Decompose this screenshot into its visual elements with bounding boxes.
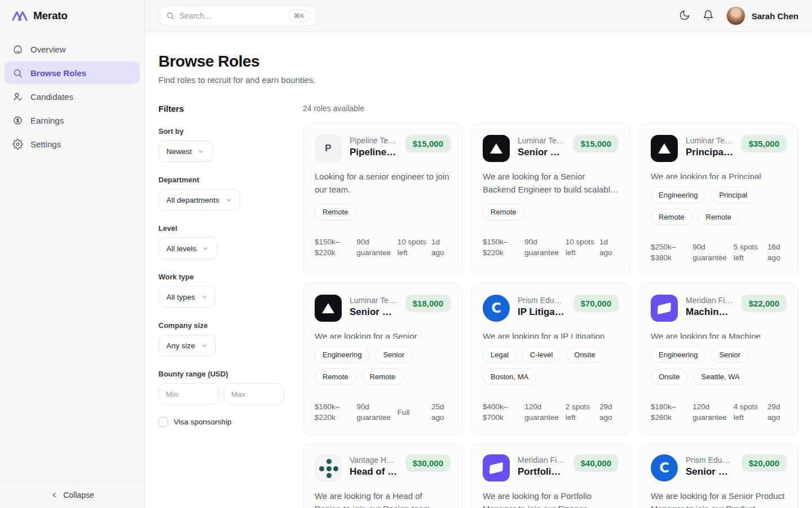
company-size-select[interactable]: Any size: [158, 335, 216, 356]
department-select[interactable]: All departments: [158, 189, 240, 211]
sidebar-nav: Overview Browse Roles Ca: [0, 32, 144, 161]
department-value: All departments: [166, 196, 219, 204]
tag-pill: Onsite: [651, 369, 688, 385]
search-icon: [166, 11, 175, 20]
department-label: Department: [158, 176, 303, 184]
chevron-down-icon: [201, 342, 208, 349]
work-type-value: All types: [166, 293, 195, 301]
role-description: We are looking for a Principal Engineer …: [651, 170, 787, 179]
sidebar-item-label: Browse Roles: [30, 68, 86, 78]
bounty-min-input[interactable]: [158, 383, 219, 405]
role-stat: 2 spots left: [566, 402, 599, 423]
role-description: We are looking for a Senior Backend Engi…: [315, 330, 451, 339]
role-card[interactable]: C Prism Educa… Senior Pro… $20,000 We ar…: [639, 443, 798, 508]
visa-sponsorship-filter[interactable]: Visa sponsorship: [158, 417, 303, 427]
visa-checkbox[interactable]: [158, 417, 168, 427]
sidebar-item-overview[interactable]: Overview: [5, 38, 140, 60]
sidebar-item-label: Settings: [30, 139, 61, 149]
role-stat: $180k–$260k: [651, 402, 692, 423]
user-menu[interactable]: Sarah Chen: [726, 6, 798, 25]
user-check-icon: [12, 91, 23, 102]
role-stat: $150k–$220k: [315, 237, 356, 259]
role-card[interactable]: Vantage He… Head of D… $30,000 We are lo…: [303, 443, 462, 508]
search-input[interactable]: [179, 11, 284, 20]
sidebar-item-label: Earnings: [30, 116, 64, 125]
role-stat: 90d guarantee: [692, 242, 733, 264]
role-description: Looking for a senior engineer to join ou…: [315, 170, 451, 196]
bounty-badge: $15,000: [405, 135, 451, 152]
chevron-down-icon: [201, 294, 208, 301]
tag-list: LegalC-levelOnsiteBoston, MA: [483, 347, 619, 385]
triangle-logo-icon: [483, 135, 510, 162]
tag-pill: Legal: [483, 347, 517, 363]
brand-name: Merato: [33, 10, 68, 22]
chevron-down-icon: [197, 148, 205, 155]
bounty-badge: $70,000: [573, 295, 619, 312]
company-name: Luminar Tech…: [686, 136, 734, 145]
role-stat: 29d ago: [599, 402, 619, 423]
role-card[interactable]: Luminar Tech… Principal E… $35,000 We ar…: [639, 123, 798, 275]
role-description: We are looking for a Senior Product Mana…: [651, 490, 787, 508]
role-title: Machine L…: [686, 306, 734, 318]
bounty-badge: $35,000: [742, 135, 787, 152]
role-stat: 4 spots left: [734, 402, 767, 423]
role-stat: 29d ago: [767, 402, 787, 423]
roles-section: 24 roles available P Pipeline Test … Pip…: [303, 104, 798, 508]
global-search[interactable]: ⌘K: [158, 6, 316, 25]
gear-icon: [12, 139, 23, 150]
bounty-badge: $18,000: [405, 295, 451, 312]
role-card[interactable]: Meridian Fin… Portfolio … $40,000 We are…: [471, 443, 630, 508]
role-card[interactable]: Luminar Tech… Senior Bac… $18,000 We are…: [303, 283, 462, 435]
role-card[interactable]: C Prism Educa… IP Litigatio… $70,000 We …: [471, 283, 630, 435]
roles-grid: P Pipeline Test … Pipeline Te… $15,000 L…: [303, 123, 798, 508]
company-name: Vantage He…: [350, 456, 398, 465]
role-stat: Full: [398, 408, 431, 418]
letter-logo-icon: P: [315, 135, 342, 162]
main-content: Browse Roles Find roles to recruit for a…: [145, 32, 812, 508]
sidebar-item-browse-roles[interactable]: Browse Roles: [5, 62, 140, 84]
sidebar-item-candidates[interactable]: Candidates: [5, 85, 140, 108]
dark-mode-toggle[interactable]: [679, 10, 690, 23]
company-name: Meridian Fin…: [686, 296, 734, 305]
sidebar-item-earnings[interactable]: Earnings: [5, 109, 140, 132]
role-description: We are looking for a Head of Design to j…: [315, 490, 451, 508]
role-description: We are looking for a Senior Backend Engi…: [483, 170, 619, 196]
role-stat: 1d ago: [599, 237, 619, 259]
tag-pill: Remote: [698, 209, 740, 225]
bounty-max-input[interactable]: [224, 383, 284, 405]
search-shortcut-badge: ⌘K: [288, 10, 310, 22]
level-select[interactable]: All levels: [158, 238, 217, 259]
role-stat: 10 spots left: [566, 237, 599, 259]
tag-pill: Senior: [375, 347, 412, 363]
sidebar-item-label: Candidates: [30, 92, 73, 102]
home-icon: [12, 44, 23, 55]
dots-logo-icon: [315, 454, 342, 481]
visa-label: Visa sponsorship: [174, 418, 232, 426]
tag-list: EngineeringSeniorOnsiteSeattle, WA: [651, 347, 787, 385]
sort-by-select[interactable]: Newest: [158, 141, 213, 162]
role-stat: 120d guarantee: [524, 402, 565, 423]
level-value: All levels: [166, 244, 196, 253]
app-root: Merato Overview Browse Roles: [0, 0, 812, 508]
moon-icon: [679, 10, 690, 23]
bounty-badge: $15,000: [573, 135, 619, 152]
tag-pill: Engineering: [651, 347, 705, 363]
role-title: Principal E…: [686, 147, 734, 158]
company-name: Luminar Tech…: [518, 136, 566, 145]
collapse-button[interactable]: Collapse: [0, 481, 144, 508]
role-stat: 16d ago: [767, 242, 787, 264]
sort-by-value: Newest: [166, 147, 192, 156]
filters-panel: Filters Sort by Newest Department All de…: [158, 104, 303, 508]
work-type-select[interactable]: All types: [158, 286, 216, 308]
role-card[interactable]: Meridian Fin… Machine L… $22,000 We are …: [639, 283, 798, 435]
role-card[interactable]: Luminar Tech… Senior Bac… $15,000 We are…: [471, 123, 630, 275]
role-stat: 90d guarantee: [356, 237, 397, 259]
sidebar-item-settings[interactable]: Settings: [5, 133, 140, 155]
bounty-badge: $30,000: [405, 454, 451, 472]
company-name: Pipeline Test …: [350, 136, 398, 145]
results-count: 24 roles available: [303, 104, 798, 113]
notifications-button[interactable]: [703, 10, 714, 23]
tag-pill: Remote: [651, 209, 692, 225]
tag-pill: Engineering: [315, 347, 369, 363]
role-card[interactable]: P Pipeline Test … Pipeline Te… $15,000 L…: [303, 123, 462, 275]
